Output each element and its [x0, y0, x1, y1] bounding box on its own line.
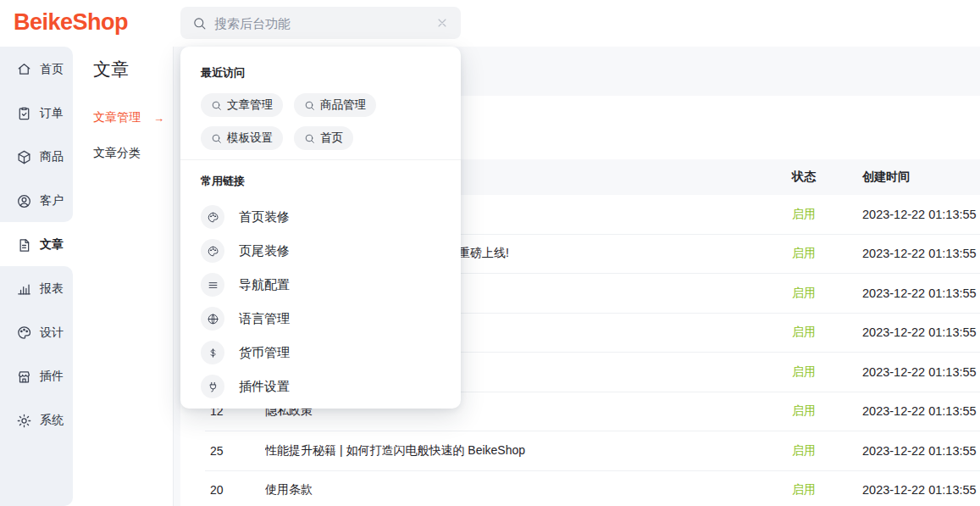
submenu-item-article-manage[interactable]: 文章管理→ — [73, 100, 173, 136]
row-title: 性能提升秘籍 | 如何打造闪电般快速的 BeikeShop — [265, 443, 792, 459]
row-id: 25 — [210, 444, 265, 458]
status-badge: 启用 — [792, 325, 862, 340]
submenu-item-article-category[interactable]: 文章分类 — [73, 136, 173, 171]
recent-chip-label: 模板设置 — [227, 131, 273, 146]
status-badge: 启用 — [792, 482, 862, 498]
status-badge: 启用 — [792, 443, 862, 459]
customer-icon — [16, 193, 32, 209]
recent-chip[interactable]: 文章管理 — [201, 93, 283, 117]
design-icon — [16, 325, 32, 341]
sidebar-item-label: 首页 — [40, 62, 64, 77]
quick-link-home-decorate[interactable]: 首页装修 — [201, 200, 440, 234]
palette-icon — [201, 205, 224, 229]
close-icon[interactable] — [435, 16, 449, 30]
menu-icon — [201, 273, 224, 297]
sidebar-item-home[interactable]: 首页 — [0, 47, 73, 92]
quick-link-label: 语言管理 — [239, 311, 290, 327]
order-icon — [16, 105, 32, 121]
sidebar-item-plugins[interactable]: 插件 — [0, 355, 73, 399]
search-icon — [304, 100, 315, 111]
sidebar-item-label: 设计 — [40, 325, 64, 341]
recent-chip-label: 商品管理 — [320, 97, 366, 113]
quick-link-label: 导航配置 — [239, 277, 290, 293]
plug-icon — [201, 375, 224, 398]
sidebar-item-label: 订单 — [40, 106, 64, 121]
quick-link-currency-manage[interactable]: 货币管理 — [201, 336, 440, 370]
quick-link-language-manage[interactable]: 语言管理 — [201, 302, 440, 336]
sidebar-item-orders[interactable]: 订单 — [0, 92, 73, 136]
sidebar-item-articles[interactable]: 文章 — [0, 223, 73, 267]
recent-chip[interactable]: 模板设置 — [201, 126, 283, 150]
home-icon — [16, 61, 32, 77]
app-header: BeikeShop — [0, 0, 980, 47]
dollar-icon — [201, 341, 224, 364]
quick-link-label: 货币管理 — [239, 345, 290, 361]
sidebar-item-label: 客户 — [40, 193, 64, 209]
plugin-icon — [16, 369, 32, 385]
search-input[interactable] — [214, 16, 428, 31]
search-icon — [211, 133, 222, 144]
created-time: 2023-12-22 01:13:55 — [862, 208, 980, 221]
status-badge: 启用 — [792, 246, 862, 261]
table-row[interactable]: 20使用条款启用2023-12-22 01:13:55 — [205, 471, 980, 506]
status-badge: 启用 — [792, 207, 862, 222]
sidebar-item-system[interactable]: 系统 — [0, 398, 73, 442]
recent-visits-label: 最近访问 — [201, 65, 440, 81]
table-row[interactable]: 25性能提升秘籍 | 如何打造闪电般快速的 BeikeShop启用2023-12… — [205, 431, 980, 471]
column-header-created: 创建时间 — [862, 170, 980, 185]
search-suggest-popup: 最近访问 文章管理商品管理模板设置首页 常用链接 首页装修页尾装修导航配置语言管… — [180, 47, 461, 409]
sidebar-item-products[interactable]: 商品 — [0, 136, 73, 180]
system-icon — [16, 413, 32, 429]
created-time: 2023-12-22 01:13:55 — [862, 247, 980, 260]
app-logo[interactable]: BeikeShop — [14, 9, 128, 36]
palette-icon — [201, 239, 224, 263]
sidebar-item-label: 系统 — [40, 413, 64, 428]
row-title: 使用条款 — [265, 482, 792, 498]
search-box[interactable] — [180, 7, 461, 39]
recent-chip-label: 首页 — [320, 131, 343, 146]
sidebar-item-label: 文章 — [40, 237, 64, 253]
row-id: 20 — [210, 483, 265, 497]
sidebar-item-label: 商品 — [40, 149, 64, 164]
quick-link-label: 页尾装修 — [239, 243, 290, 259]
status-badge: 启用 — [792, 286, 862, 301]
created-time: 2023-12-22 01:13:55 — [862, 404, 980, 418]
common-links-label: 常用链接 — [201, 174, 440, 189]
article-icon — [16, 237, 32, 253]
created-time: 2023-12-22 01:13:55 — [862, 444, 980, 458]
quick-link-footer-decorate[interactable]: 页尾装修 — [201, 234, 440, 268]
submenu-item-label: 文章分类 — [93, 146, 141, 161]
quick-link-label: 首页装修 — [239, 209, 290, 225]
created-time: 2023-12-22 01:13:55 — [862, 286, 980, 300]
status-badge: 启用 — [792, 403, 862, 419]
search-icon — [304, 133, 315, 144]
column-header-status: 状态 — [792, 170, 862, 185]
search-icon — [192, 16, 207, 31]
status-badge: 启用 — [792, 364, 862, 380]
submenu-panel: 文章 文章管理→文章分类 — [73, 47, 174, 506]
search-icon — [211, 100, 222, 111]
sidebar-item-label: 报表 — [40, 281, 64, 297]
quick-link-nav-config[interactable]: 导航配置 — [201, 268, 440, 302]
page-title: 文章 — [93, 58, 173, 81]
created-time: 2023-12-22 01:13:55 — [862, 483, 980, 497]
sidebar-item-label: 插件 — [40, 369, 64, 384]
created-time: 2023-12-22 01:13:55 — [862, 365, 980, 379]
sidebar-item-design[interactable]: 设计 — [0, 311, 73, 355]
arrow-right-icon: → — [153, 112, 164, 125]
product-icon — [16, 149, 32, 165]
recent-chip-label: 文章管理 — [227, 97, 273, 113]
globe-icon — [201, 307, 224, 331]
recent-chip[interactable]: 首页 — [294, 126, 353, 150]
created-time: 2023-12-22 01:13:55 — [862, 325, 980, 339]
sidebar-item-reports[interactable]: 报表 — [0, 267, 73, 311]
quick-link-label: 插件设置 — [239, 379, 290, 395]
sidebar: 首页订单商品客户文章报表设计插件系统 — [0, 47, 73, 506]
recent-chip[interactable]: 商品管理 — [294, 93, 376, 117]
quick-link-plugin-settings[interactable]: 插件设置 — [201, 370, 440, 403]
sidebar-item-customers[interactable]: 客户 — [0, 179, 73, 223]
report-icon — [16, 281, 32, 297]
submenu-item-label: 文章管理 — [93, 110, 141, 125]
